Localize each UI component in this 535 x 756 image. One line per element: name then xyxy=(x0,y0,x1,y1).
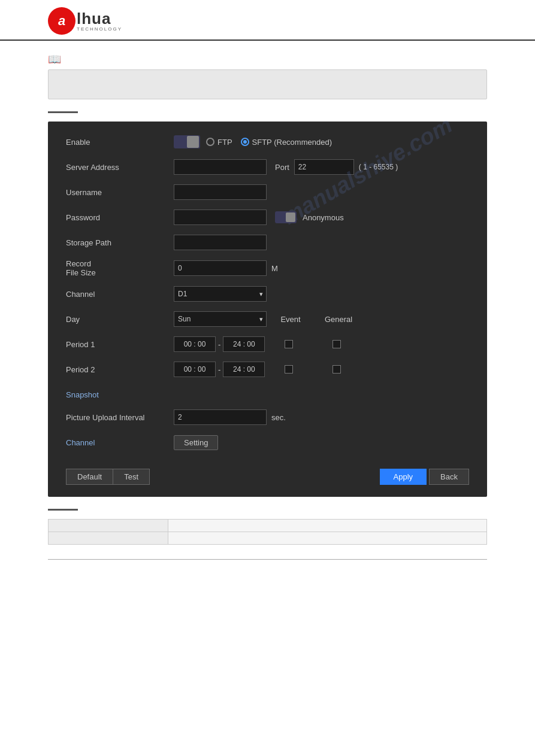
period2-row: Period 2 - xyxy=(66,361,469,378)
header: a lhua TECHNOLOGY xyxy=(0,0,535,41)
period2-event-checkbox[interactable] xyxy=(285,365,293,374)
logo-hua-text: lhua xyxy=(77,11,122,26)
footer-line xyxy=(48,559,487,560)
logo-a-letter: a xyxy=(58,13,65,29)
protocol-radio-group: FTP SFTP (Recommended) xyxy=(206,138,332,147)
server-address-label: Server Address xyxy=(66,163,174,172)
period2-time-group: - xyxy=(174,362,265,377)
snapshot-section-row: Snapshot xyxy=(66,386,469,403)
sftp-label: SFTP (Recommended) xyxy=(252,138,332,147)
port-input[interactable] xyxy=(294,159,354,175)
period1-row: Period 1 - xyxy=(66,336,469,353)
channel-label: Channel xyxy=(66,290,174,299)
period1-general-checkbox-cell xyxy=(313,340,361,348)
period2-label: Period 2 xyxy=(66,365,174,374)
period1-start-input[interactable] xyxy=(174,336,216,352)
record-label: Record File Size xyxy=(66,259,174,277)
logo-text: lhua TECHNOLOGY xyxy=(77,11,122,32)
file-size-input[interactable] xyxy=(174,260,267,276)
main-content: 📖 manualshive.com Enable FTP xyxy=(0,41,535,572)
bottom-table-section xyxy=(48,509,487,545)
anonymous-label: Anonymous xyxy=(303,213,344,222)
default-button[interactable]: Default xyxy=(66,469,113,485)
period1-general-checkbox[interactable] xyxy=(333,340,341,348)
username-label: Username xyxy=(66,188,174,197)
picture-upload-label: Picture Upload Interval xyxy=(66,413,174,422)
file-size-unit: M xyxy=(271,264,278,273)
storage-path-label: Storage Path xyxy=(66,238,174,247)
server-address-input[interactable] xyxy=(174,159,267,175)
port-range: ( 1 - 65535 ) xyxy=(359,163,398,171)
channel2-row: Channel Setting xyxy=(66,434,469,451)
note-section: 📖 xyxy=(48,53,487,99)
bottom-bar: Default Test Apply Back xyxy=(66,463,469,485)
form-panel: manualshive.com Enable FTP SFTP (Recomme… xyxy=(48,122,487,497)
day-select[interactable]: Sun Mon Tue Wed Thu Fri Sat xyxy=(174,311,267,327)
password-row: Password Anonymous xyxy=(66,209,469,226)
port-label: Port xyxy=(275,163,289,172)
toggle-knob xyxy=(187,136,199,148)
storage-path-input[interactable] xyxy=(174,235,267,250)
password-input[interactable] xyxy=(174,210,267,225)
period2-general-checkbox-cell xyxy=(313,365,361,374)
sftp-radio-item[interactable]: SFTP (Recommended) xyxy=(241,138,332,147)
picture-upload-unit: sec. xyxy=(271,413,286,422)
day-select-wrapper[interactable]: Sun Mon Tue Wed Thu Fri Sat xyxy=(174,311,267,327)
table-row xyxy=(49,520,487,532)
table-cell-col2-row1 xyxy=(168,520,487,532)
username-row: Username xyxy=(66,184,469,201)
general-header: General xyxy=(315,315,362,324)
period1-time-group: - xyxy=(174,336,265,352)
period2-dash: - xyxy=(218,365,220,374)
table-row xyxy=(49,532,487,545)
record-row: Record File Size M xyxy=(66,259,469,277)
logo: a lhua TECHNOLOGY xyxy=(48,7,487,35)
sftp-radio-circle[interactable] xyxy=(241,138,249,146)
password-label: Password xyxy=(66,213,174,222)
period1-event-checkbox-cell xyxy=(265,340,313,348)
anon-knob xyxy=(286,212,295,222)
left-buttons: Default Test xyxy=(66,469,150,485)
ftp-label: FTP xyxy=(217,138,232,147)
channel-row: Channel D1 D2 D3 D4 xyxy=(66,286,469,302)
period1-event-checkbox[interactable] xyxy=(285,340,293,348)
enable-toggle[interactable] xyxy=(174,135,200,148)
table-cell-col2-row2 xyxy=(168,532,487,545)
username-input[interactable] xyxy=(174,184,267,200)
data-table xyxy=(48,519,487,545)
table-cell-col1-row1 xyxy=(49,520,168,532)
snapshot-label: Snapshot xyxy=(66,390,174,399)
table-cell-col1-row2 xyxy=(49,532,168,545)
server-address-row: Server Address Port ( 1 - 65535 ) xyxy=(66,159,469,175)
channel-select-wrapper[interactable]: D1 D2 D3 D4 xyxy=(174,286,267,302)
ftp-radio-item[interactable]: FTP xyxy=(206,138,232,147)
channel2-label: Channel xyxy=(66,438,174,447)
period1-label: Period 1 xyxy=(66,340,174,349)
channel-select[interactable]: D1 D2 D3 D4 xyxy=(174,286,267,302)
test-button[interactable]: Test xyxy=(113,469,150,485)
day-label: Day xyxy=(66,315,174,324)
bottom-divider xyxy=(48,509,78,511)
period2-end-input[interactable] xyxy=(223,362,265,377)
storage-path-row: Storage Path xyxy=(66,234,469,251)
ftp-radio-circle[interactable] xyxy=(206,138,214,146)
note-icon: 📖 xyxy=(48,53,487,66)
back-button[interactable]: Back xyxy=(429,469,469,485)
period1-dash: - xyxy=(218,340,220,349)
right-buttons: Apply Back xyxy=(380,469,469,485)
day-row: Day Sun Mon Tue Wed Thu Fri Sat Event Ge… xyxy=(66,311,469,327)
logo-icon: a xyxy=(48,7,75,35)
picture-upload-input[interactable] xyxy=(174,409,267,425)
apply-button[interactable]: Apply xyxy=(380,469,427,485)
period2-start-input[interactable] xyxy=(174,362,216,377)
enable-label: Enable xyxy=(66,138,174,147)
logo-tech-text: TECHNOLOGY xyxy=(77,26,122,32)
period2-event-checkbox-cell xyxy=(265,365,313,374)
picture-upload-row: Picture Upload Interval sec. xyxy=(66,409,469,426)
section-divider-1 xyxy=(48,111,78,113)
anonymous-toggle[interactable] xyxy=(275,211,297,223)
setting-button[interactable]: Setting xyxy=(174,435,218,450)
period1-end-input[interactable] xyxy=(223,336,265,352)
period2-general-checkbox[interactable] xyxy=(333,365,341,374)
enable-row: Enable FTP SFTP (Recommended) xyxy=(66,133,469,150)
